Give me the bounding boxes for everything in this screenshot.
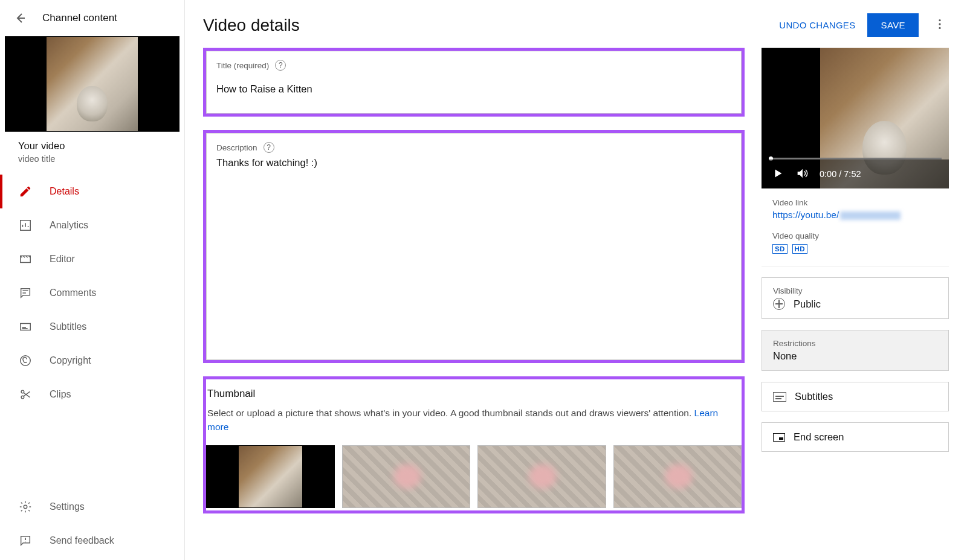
sidebar-item-copyright[interactable]: Copyright (0, 344, 184, 378)
thumbnail-option-2[interactable] (342, 445, 471, 508)
end-screen-card[interactable]: End screen (762, 422, 949, 452)
subtitles-card-label: Subtitles (795, 391, 833, 402)
thumbnail-option-4[interactable] (613, 445, 742, 508)
help-icon[interactable]: ? (275, 60, 286, 71)
end-screen-icon (773, 433, 785, 442)
sidebar-item-label: Comments (50, 288, 96, 298)
cc-icon (18, 320, 33, 334)
sidebar-item-comments[interactable]: Comments (0, 276, 184, 310)
channel-content-header: Channel content (42, 12, 117, 24)
video-link[interactable]: https://youtu.be/ (772, 210, 938, 220)
title-input[interactable] (216, 73, 731, 105)
sidebar-item-label: Clips (50, 389, 71, 400)
more-options-icon[interactable] (931, 18, 949, 33)
sidebar-item-label: Settings (50, 501, 85, 512)
film-icon (18, 252, 33, 266)
play-icon[interactable] (771, 167, 784, 182)
sidebar-video-thumbnail[interactable] (5, 36, 179, 132)
back-arrow-icon[interactable] (13, 11, 28, 25)
restrictions-card: Restrictions None (762, 330, 949, 371)
sidebar-item-label: Copyright (50, 355, 91, 366)
save-button[interactable]: SAVE (867, 13, 919, 37)
video-link-label: Video link (772, 198, 938, 207)
video-id-redacted (840, 211, 901, 220)
page-title: Video details (203, 16, 300, 35)
globe-icon (773, 298, 785, 310)
visibility-value: Public (794, 298, 821, 310)
svg-point-5 (21, 396, 24, 399)
restrictions-label: Restrictions (773, 339, 937, 348)
volume-icon[interactable] (795, 167, 809, 182)
thumbnail-description: Select or upload a picture that shows wh… (207, 408, 694, 418)
thumbnail-heading: Thumbnail (206, 388, 742, 400)
subtitles-card[interactable]: Subtitles (762, 382, 949, 411)
sidebar-item-editor[interactable]: Editor (0, 242, 184, 276)
svg-point-7 (939, 19, 940, 21)
svg-point-9 (939, 27, 940, 28)
sidebar-nav: Details Analytics Editor Comments Subtit… (0, 175, 184, 490)
visibility-card[interactable]: Visibility Public (762, 277, 949, 319)
gear-icon (18, 500, 33, 514)
your-video-label: Your video (18, 140, 166, 152)
svg-rect-2 (21, 324, 31, 330)
visibility-label: Visibility (773, 286, 937, 295)
sidebar: Channel content Your video video title D… (0, 0, 185, 560)
video-player[interactable]: 0:00 / 7:52 (762, 48, 949, 188)
sidebar-item-label: Send feedback (50, 535, 114, 546)
sidebar-item-subtitles[interactable]: Subtitles (0, 310, 184, 344)
sd-badge: SD (772, 244, 788, 254)
description-textarea[interactable] (216, 155, 731, 349)
sidebar-item-label: Details (50, 186, 79, 197)
sidebar-item-label: Editor (50, 254, 75, 265)
description-field[interactable]: Description ? (206, 133, 742, 360)
thumbnail-option-1[interactable] (206, 445, 335, 508)
subtitles-icon (773, 392, 786, 402)
svg-point-4 (21, 390, 24, 393)
video-quality-label: Video quality (772, 231, 938, 240)
sidebar-item-label: Subtitles (50, 321, 86, 332)
player-time: 0:00 / 7:52 (820, 169, 861, 179)
help-icon[interactable]: ? (264, 142, 274, 153)
svg-point-8 (939, 23, 940, 25)
title-field[interactable]: Title (required) ? (206, 51, 742, 114)
thumbnail-option-3[interactable] (477, 445, 606, 508)
title-field-label: Title (required) (216, 61, 269, 70)
pencil-icon (18, 184, 33, 199)
copyright-icon (18, 353, 33, 368)
comment-icon (18, 286, 33, 300)
undo-changes-button[interactable]: UNDO CHANGES (779, 20, 855, 30)
restrictions-value: None (773, 350, 797, 362)
svg-point-6 (24, 505, 27, 509)
scissors-icon (18, 387, 33, 402)
sidebar-item-label: Analytics (50, 220, 88, 231)
sidebar-item-details[interactable]: Details (0, 175, 184, 208)
end-screen-label: End screen (794, 431, 844, 443)
sidebar-item-settings[interactable]: Settings (0, 490, 184, 524)
video-title-sub: video title (18, 154, 166, 164)
sidebar-item-feedback[interactable]: Send feedback (0, 524, 184, 558)
feedback-icon (18, 533, 33, 548)
hd-badge: HD (792, 244, 807, 254)
sidebar-item-clips[interactable]: Clips (0, 378, 184, 411)
description-field-label: Description (216, 143, 257, 152)
sidebar-item-analytics[interactable]: Analytics (0, 208, 184, 242)
chart-icon (18, 218, 33, 233)
